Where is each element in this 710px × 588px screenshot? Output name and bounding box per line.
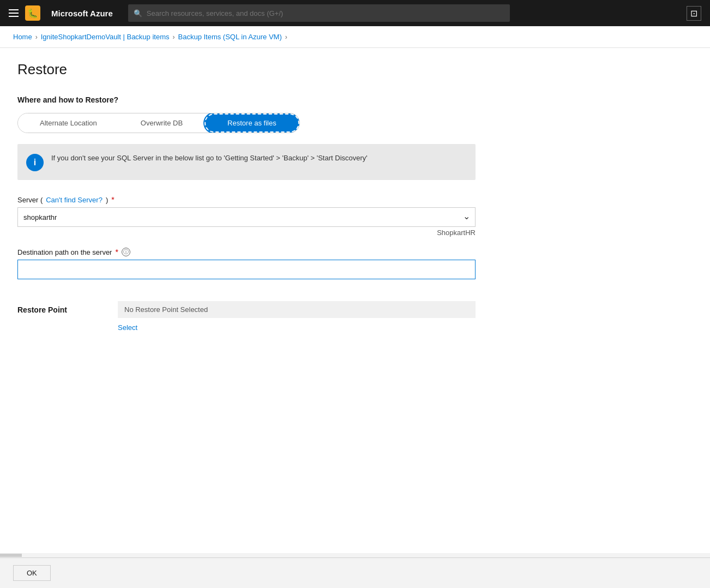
server-label-text: Server (	[17, 196, 43, 204]
breadcrumb-home[interactable]: Home	[13, 33, 32, 41]
destination-info-tooltip[interactable]: ⓘ	[122, 248, 130, 256]
server-field-group: Server (Can't find Server?) * shopkarthr…	[17, 195, 476, 237]
scroll-thumb[interactable]	[0, 554, 22, 557]
info-box: i If you don't see your SQL Server in th…	[17, 144, 476, 180]
breadcrumb-sep-1: ›	[35, 33, 38, 41]
restore-point-label: Restore Point	[17, 305, 105, 314]
breadcrumb: Home › IgniteShopkartDemoVault | Backup …	[0, 26, 710, 48]
server-label: Server (Can't find Server?) *	[17, 195, 476, 204]
destination-path-input[interactable]	[17, 260, 476, 279]
restore-point-content: No Restore Point Selected Select	[118, 301, 476, 332]
ok-button[interactable]: OK	[13, 565, 51, 581]
restore-point-display: No Restore Point Selected	[118, 301, 476, 318]
destination-label-text: Destination path on the server	[17, 248, 112, 256]
restore-point-section: Restore Point No Restore Point Selected …	[17, 301, 476, 332]
info-text: If you don't see your SQL Server in the …	[51, 153, 368, 164]
tab-restore-as-files[interactable]: Restore as files	[204, 113, 299, 133]
hamburger-menu[interactable]	[9, 9, 19, 17]
server-hint: ShopkartHR	[17, 229, 476, 237]
search-bar[interactable]: 🔍	[128, 4, 510, 22]
destination-field-group: Destination path on the server * ⓘ	[17, 248, 476, 279]
tab-alternate-location[interactable]: Alternate Location	[18, 113, 119, 133]
server-select[interactable]: shopkarthr	[17, 207, 476, 227]
breadcrumb-sep-2: ›	[173, 33, 175, 41]
destination-required-star: *	[115, 248, 118, 256]
app-title: Microsoft Azure	[51, 9, 113, 18]
cant-find-server-link[interactable]: Can't find Server?	[46, 196, 103, 204]
tab-overwrite-db[interactable]: Overwrite DB	[119, 113, 204, 133]
restore-point-select-link[interactable]: Select	[118, 323, 137, 332]
page-title: Restore	[17, 61, 693, 78]
terminal-icon[interactable]: ⊡	[687, 6, 701, 21]
restore-tab-group: Alternate Location Overwrite DB Restore …	[17, 113, 300, 133]
info-icon: i	[26, 154, 44, 171]
bug-icon: 🐛	[25, 5, 40, 21]
where-how-section-title: Where and how to Restore?	[17, 95, 693, 104]
nav-right: ⊡	[687, 6, 701, 21]
breadcrumb-backup-items[interactable]: Backup Items (SQL in Azure VM)	[178, 33, 282, 41]
destination-label: Destination path on the server * ⓘ	[17, 248, 476, 256]
search-icon: 🔍	[134, 9, 142, 17]
scroll-area	[0, 553, 710, 557]
restore-point-row: Restore Point No Restore Point Selected …	[17, 301, 476, 332]
server-required-star: *	[111, 195, 114, 204]
top-nav: 🐛 Microsoft Azure 🔍 ⊡	[0, 0, 710, 26]
bottom-bar: OK	[0, 557, 710, 588]
main-content: Restore Where and how to Restore? Altern…	[0, 48, 710, 561]
server-label-close: )	[106, 196, 108, 204]
breadcrumb-vault[interactable]: IgniteShopkartDemoVault | Backup items	[41, 33, 170, 41]
search-input[interactable]	[147, 9, 504, 17]
breadcrumb-sep-3: ›	[285, 33, 287, 41]
server-select-wrapper: shopkarthr	[17, 207, 476, 227]
